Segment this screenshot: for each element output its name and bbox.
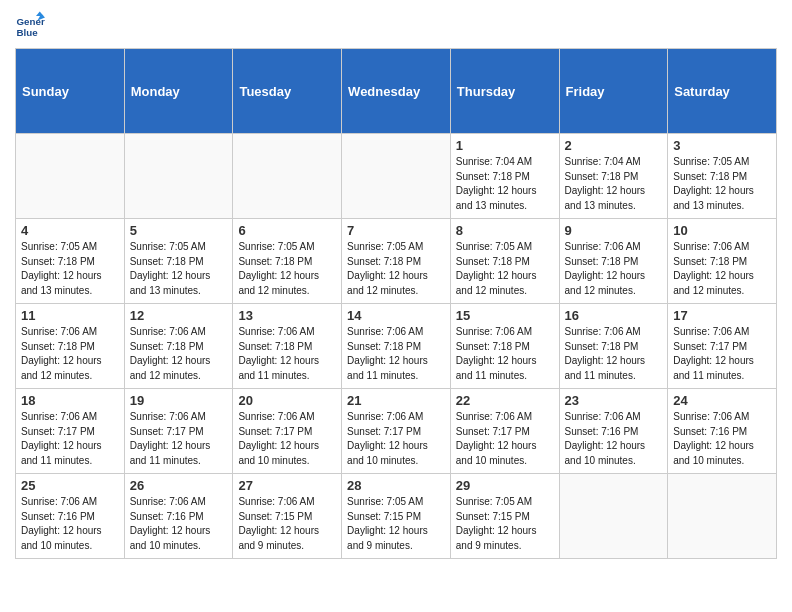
day-info: Sunrise: 7:06 AM Sunset: 7:16 PM Dayligh… [673,410,771,468]
calendar-cell [16,134,125,219]
day-number: 23 [565,393,663,408]
calendar-cell: 1Sunrise: 7:04 AM Sunset: 7:18 PM Daylig… [450,134,559,219]
day-number: 16 [565,308,663,323]
day-info: Sunrise: 7:05 AM Sunset: 7:18 PM Dayligh… [21,240,119,298]
calendar-week-row: 25Sunrise: 7:06 AM Sunset: 7:16 PM Dayli… [16,474,777,559]
calendar-table: SundayMondayTuesdayWednesdayThursdayFrid… [15,48,777,559]
logo-icon: General Blue [15,10,45,40]
calendar-week-row: 4Sunrise: 7:05 AM Sunset: 7:18 PM Daylig… [16,219,777,304]
calendar-cell: 19Sunrise: 7:06 AM Sunset: 7:17 PM Dayli… [124,389,233,474]
calendar-cell [342,134,451,219]
day-info: Sunrise: 7:04 AM Sunset: 7:18 PM Dayligh… [565,155,663,213]
day-number: 13 [238,308,336,323]
day-info: Sunrise: 7:05 AM Sunset: 7:18 PM Dayligh… [130,240,228,298]
calendar-cell: 28Sunrise: 7:05 AM Sunset: 7:15 PM Dayli… [342,474,451,559]
weekday-header: Friday [559,49,668,134]
day-info: Sunrise: 7:04 AM Sunset: 7:18 PM Dayligh… [456,155,554,213]
day-number: 20 [238,393,336,408]
day-number: 18 [21,393,119,408]
calendar-cell: 29Sunrise: 7:05 AM Sunset: 7:15 PM Dayli… [450,474,559,559]
day-info: Sunrise: 7:06 AM Sunset: 7:18 PM Dayligh… [456,325,554,383]
calendar-header-row: SundayMondayTuesdayWednesdayThursdayFrid… [16,49,777,134]
calendar-cell: 13Sunrise: 7:06 AM Sunset: 7:18 PM Dayli… [233,304,342,389]
calendar-cell: 22Sunrise: 7:06 AM Sunset: 7:17 PM Dayli… [450,389,559,474]
day-number: 27 [238,478,336,493]
day-number: 8 [456,223,554,238]
day-info: Sunrise: 7:05 AM Sunset: 7:18 PM Dayligh… [347,240,445,298]
weekday-header: Wednesday [342,49,451,134]
calendar-cell: 15Sunrise: 7:06 AM Sunset: 7:18 PM Dayli… [450,304,559,389]
day-info: Sunrise: 7:06 AM Sunset: 7:15 PM Dayligh… [238,495,336,553]
day-number: 12 [130,308,228,323]
calendar-cell: 4Sunrise: 7:05 AM Sunset: 7:18 PM Daylig… [16,219,125,304]
day-number: 15 [456,308,554,323]
day-number: 1 [456,138,554,153]
day-number: 24 [673,393,771,408]
day-number: 22 [456,393,554,408]
calendar-cell: 21Sunrise: 7:06 AM Sunset: 7:17 PM Dayli… [342,389,451,474]
calendar-cell: 23Sunrise: 7:06 AM Sunset: 7:16 PM Dayli… [559,389,668,474]
day-number: 2 [565,138,663,153]
calendar-cell: 17Sunrise: 7:06 AM Sunset: 7:17 PM Dayli… [668,304,777,389]
calendar-cell: 2Sunrise: 7:04 AM Sunset: 7:18 PM Daylig… [559,134,668,219]
day-number: 4 [21,223,119,238]
calendar-cell [559,474,668,559]
day-number: 11 [21,308,119,323]
day-info: Sunrise: 7:05 AM Sunset: 7:15 PM Dayligh… [456,495,554,553]
day-info: Sunrise: 7:05 AM Sunset: 7:15 PM Dayligh… [347,495,445,553]
weekday-header: Thursday [450,49,559,134]
calendar-cell [124,134,233,219]
calendar-cell: 14Sunrise: 7:06 AM Sunset: 7:18 PM Dayli… [342,304,451,389]
calendar-body: 1Sunrise: 7:04 AM Sunset: 7:18 PM Daylig… [16,134,777,559]
calendar-week-row: 1Sunrise: 7:04 AM Sunset: 7:18 PM Daylig… [16,134,777,219]
weekday-header: Monday [124,49,233,134]
day-number: 10 [673,223,771,238]
weekday-header: Saturday [668,49,777,134]
day-info: Sunrise: 7:06 AM Sunset: 7:18 PM Dayligh… [130,325,228,383]
day-number: 28 [347,478,445,493]
day-number: 9 [565,223,663,238]
day-info: Sunrise: 7:06 AM Sunset: 7:16 PM Dayligh… [130,495,228,553]
day-info: Sunrise: 7:06 AM Sunset: 7:18 PM Dayligh… [238,325,336,383]
main-container: General Blue SundayMondayTuesdayWednesda… [0,0,792,569]
day-info: Sunrise: 7:05 AM Sunset: 7:18 PM Dayligh… [456,240,554,298]
day-info: Sunrise: 7:06 AM Sunset: 7:16 PM Dayligh… [21,495,119,553]
calendar-cell: 5Sunrise: 7:05 AM Sunset: 7:18 PM Daylig… [124,219,233,304]
day-info: Sunrise: 7:05 AM Sunset: 7:18 PM Dayligh… [238,240,336,298]
calendar-cell: 20Sunrise: 7:06 AM Sunset: 7:17 PM Dayli… [233,389,342,474]
svg-text:Blue: Blue [17,27,39,38]
day-number: 5 [130,223,228,238]
day-info: Sunrise: 7:06 AM Sunset: 7:18 PM Dayligh… [21,325,119,383]
day-number: 14 [347,308,445,323]
calendar-cell: 10Sunrise: 7:06 AM Sunset: 7:18 PM Dayli… [668,219,777,304]
calendar-cell: 18Sunrise: 7:06 AM Sunset: 7:17 PM Dayli… [16,389,125,474]
calendar-cell: 9Sunrise: 7:06 AM Sunset: 7:18 PM Daylig… [559,219,668,304]
day-info: Sunrise: 7:06 AM Sunset: 7:17 PM Dayligh… [347,410,445,468]
calendar-cell [233,134,342,219]
calendar-cell: 3Sunrise: 7:05 AM Sunset: 7:18 PM Daylig… [668,134,777,219]
calendar-cell: 16Sunrise: 7:06 AM Sunset: 7:18 PM Dayli… [559,304,668,389]
calendar-week-row: 18Sunrise: 7:06 AM Sunset: 7:17 PM Dayli… [16,389,777,474]
day-info: Sunrise: 7:06 AM Sunset: 7:16 PM Dayligh… [565,410,663,468]
day-info: Sunrise: 7:06 AM Sunset: 7:18 PM Dayligh… [673,240,771,298]
header: General Blue [15,10,777,40]
calendar-cell: 6Sunrise: 7:05 AM Sunset: 7:18 PM Daylig… [233,219,342,304]
day-number: 21 [347,393,445,408]
day-info: Sunrise: 7:06 AM Sunset: 7:17 PM Dayligh… [130,410,228,468]
day-number: 29 [456,478,554,493]
calendar-cell: 12Sunrise: 7:06 AM Sunset: 7:18 PM Dayli… [124,304,233,389]
calendar-cell [668,474,777,559]
day-number: 19 [130,393,228,408]
day-info: Sunrise: 7:06 AM Sunset: 7:17 PM Dayligh… [673,325,771,383]
day-info: Sunrise: 7:05 AM Sunset: 7:18 PM Dayligh… [673,155,771,213]
calendar-cell: 24Sunrise: 7:06 AM Sunset: 7:16 PM Dayli… [668,389,777,474]
day-info: Sunrise: 7:06 AM Sunset: 7:18 PM Dayligh… [565,240,663,298]
weekday-header: Sunday [16,49,125,134]
day-number: 7 [347,223,445,238]
calendar-cell: 11Sunrise: 7:06 AM Sunset: 7:18 PM Dayli… [16,304,125,389]
day-info: Sunrise: 7:06 AM Sunset: 7:17 PM Dayligh… [238,410,336,468]
day-number: 6 [238,223,336,238]
day-info: Sunrise: 7:06 AM Sunset: 7:18 PM Dayligh… [565,325,663,383]
day-number: 25 [21,478,119,493]
day-number: 26 [130,478,228,493]
